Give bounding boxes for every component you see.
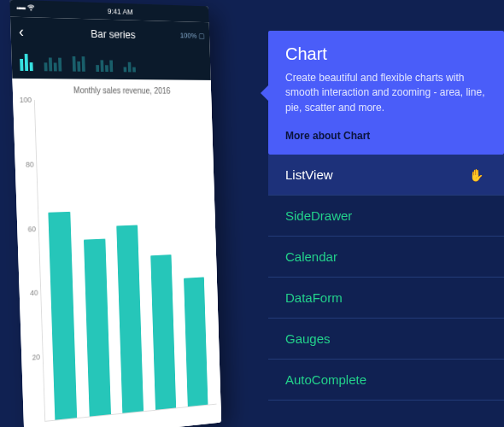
component-item-label: Calendar (285, 249, 337, 264)
tab-grouped-icon[interactable] (44, 54, 62, 71)
chart-bar (48, 212, 77, 420)
component-item-gauges[interactable]: Gauges (268, 319, 504, 360)
component-item-label: DataForm (285, 290, 343, 305)
chart-bar (117, 225, 144, 413)
chart-bar (150, 254, 176, 410)
component-item-listview[interactable]: ListView✋ (268, 155, 504, 196)
chart-area: Monthly sales revenue, 2016 10080604020 (12, 79, 221, 427)
y-tick: 20 (22, 353, 40, 363)
chart-card: Chart Create beautiful and flexible char… (268, 31, 504, 155)
chart-bar (84, 238, 111, 416)
component-panel: Chart Create beautiful and flexible char… (268, 31, 504, 401)
battery-indicator (201, 10, 202, 18)
card-description: Create beautiful and flexible charts wit… (285, 71, 487, 115)
cursor-icon: ✋ (469, 168, 483, 182)
chart-title: Monthly sales revenue, 2016 (33, 85, 207, 96)
phone-screen: 9:41 AM ‹ Bar series 100% ▢ (9, 0, 221, 427)
wifi-icon (26, 4, 35, 13)
component-item-label: Gauges (285, 331, 331, 346)
tab-bar-icon[interactable] (20, 54, 33, 71)
y-tick: 100 (14, 96, 32, 104)
tab-range-icon[interactable] (96, 55, 113, 72)
card-title: Chart (285, 44, 487, 64)
chart-bar (184, 277, 208, 407)
tab-stacked-icon[interactable] (73, 55, 85, 72)
signal-indicator (16, 4, 35, 14)
y-tick: 40 (21, 289, 38, 298)
more-about-chart-link[interactable]: More about Chart (285, 130, 370, 142)
component-item-autocomplete[interactable]: AutoComplete (268, 360, 504, 401)
battery-text: 100% ▢ (180, 32, 206, 40)
phone-mockup: 9:41 AM ‹ Bar series 100% ▢ (9, 0, 221, 427)
nav-bar: ‹ Bar series 100% ▢ (10, 17, 210, 50)
chart-bars (35, 100, 217, 421)
chart-type-tabs (11, 46, 211, 80)
component-item-dataform[interactable]: DataForm (268, 278, 504, 319)
component-item-sidedrawer[interactable]: SideDrawer (268, 196, 504, 237)
nav-title: Bar series (91, 27, 136, 41)
component-item-calendar[interactable]: Calendar (268, 237, 504, 278)
status-time: 9:41 AM (108, 7, 133, 16)
component-item-label: AutoComplete (285, 372, 366, 387)
y-tick: 60 (18, 225, 36, 234)
y-tick: 80 (16, 160, 34, 168)
component-list: ListView✋SideDrawerCalendarDataFormGauge… (268, 155, 504, 401)
tab-line-icon[interactable] (123, 56, 136, 73)
component-item-label: SideDrawer (285, 208, 352, 223)
chart-plot: 10080604020 (34, 100, 217, 422)
back-icon[interactable]: ‹ (19, 24, 24, 39)
component-item-label: ListView (285, 167, 333, 182)
